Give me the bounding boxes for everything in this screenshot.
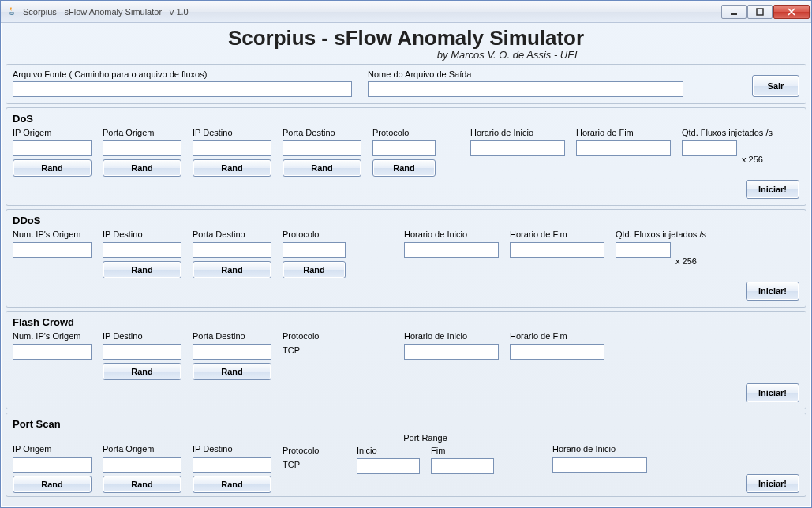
ps-porta-origem-rand[interactable]: Rand xyxy=(103,476,181,493)
ps-ip-destino-input[interactable] xyxy=(193,457,271,473)
flash-title: Flash Crowd xyxy=(13,316,799,328)
ddos-numips-input[interactable] xyxy=(13,242,92,258)
ps-fim-input[interactable] xyxy=(431,458,494,474)
dos-qtd-label: Qtd. Fluxos injetados /s xyxy=(682,128,737,137)
titlebar: Scorpius - sFlow Anomaly Simulator - v 1… xyxy=(1,1,811,23)
ddos-ip-destino-rand[interactable]: Rand xyxy=(103,261,181,278)
java-icon xyxy=(6,6,18,18)
dos-ip-origem-rand[interactable]: Rand xyxy=(13,159,92,177)
ddos-numips-label: Num. IP's Origem xyxy=(13,230,92,239)
dos-ip-destino-label: IP Destino xyxy=(193,128,271,137)
app-subtitle: by Marcos V. O. de Assis - UEL xyxy=(6,49,806,61)
ps-ip-origem-rand[interactable]: Rand xyxy=(13,476,92,493)
app-title: Scorpius - sFlow Anomaly Simulator xyxy=(6,26,806,50)
dos-porta-origem-rand[interactable]: Rand xyxy=(103,159,181,177)
flash-panel: Flash Crowd Num. IP's Origem IP Destino … xyxy=(6,311,806,409)
flash-horario-fim-label: Horario de Fim xyxy=(510,331,604,341)
ddos-ip-destino-label: IP Destino xyxy=(103,230,181,239)
app-window: Scorpius - sFlow Anomaly Simulator - v 1… xyxy=(0,0,812,508)
flash-ip-destino-rand[interactable]: Rand xyxy=(103,363,181,380)
flash-porta-destino-input[interactable] xyxy=(193,344,271,360)
ddos-iniciar-button[interactable]: Iniciar! xyxy=(746,282,799,301)
output-file-input[interactable] xyxy=(368,81,683,97)
ddos-horario-fim-label: Horario de Fim xyxy=(510,230,604,239)
dos-porta-destino-rand[interactable]: Rand xyxy=(283,159,361,177)
ddos-qtd-input[interactable] xyxy=(616,242,671,258)
ps-ip-destino-label: IP Destino xyxy=(193,444,271,454)
ps-inicio-label: Inicio xyxy=(357,446,420,455)
file-panel: Arquivo Fonte ( Caminho para o arquivo d… xyxy=(6,64,806,104)
ddos-title: DDoS xyxy=(13,215,799,226)
ps-porta-origem-input[interactable] xyxy=(103,457,181,473)
source-file-label: Arquivo Fonte ( Caminho para o arquivo d… xyxy=(13,69,352,79)
ddos-porta-destino-input[interactable] xyxy=(193,242,271,258)
flash-porta-destino-label: Porta Destino xyxy=(193,331,271,341)
ddos-porta-destino-label: Porta Destino xyxy=(193,230,271,239)
close-button[interactable] xyxy=(773,5,810,19)
ddos-horario-inicio-input[interactable] xyxy=(404,242,499,258)
ddos-protocolo-label: Protocolo xyxy=(283,230,346,239)
flash-porta-destino-rand[interactable]: Rand xyxy=(193,363,271,380)
dos-ip-destino-rand[interactable]: Rand xyxy=(193,159,271,177)
source-file-input[interactable] xyxy=(13,81,352,97)
portscan-panel: Port Scan IP Origem Rand Porta Origem Ra… xyxy=(6,413,806,497)
svg-rect-0 xyxy=(731,13,737,15)
flash-ip-destino-input[interactable] xyxy=(103,344,181,360)
ps-ip-origem-input[interactable] xyxy=(13,457,92,473)
ddos-protocolo-rand[interactable]: Rand xyxy=(283,261,346,278)
dos-ip-origem-label: IP Origem xyxy=(13,128,92,137)
ps-portrange-label: Port Range xyxy=(357,433,494,443)
dos-porta-origem-label: Porta Origem xyxy=(103,128,181,137)
ps-ip-origem-label: IP Origem xyxy=(13,444,92,454)
ps-protocolo-label: Protocolo xyxy=(283,446,346,455)
dos-porta-origem-input[interactable] xyxy=(103,140,181,156)
flash-iniciar-button[interactable]: Iniciar! xyxy=(746,383,799,402)
ps-ip-destino-rand[interactable]: Rand xyxy=(193,476,271,493)
ps-fim-label: Fim xyxy=(431,446,494,455)
ddos-qtd-label: Qtd. Fluxos injetados /s xyxy=(616,230,671,239)
dos-iniciar-button[interactable]: Iniciar! xyxy=(746,180,799,199)
dos-qtd-input[interactable] xyxy=(682,140,737,156)
dos-protocolo-input[interactable] xyxy=(372,140,436,156)
svg-rect-1 xyxy=(757,9,763,15)
dos-horario-inicio-label: Horario de Inicio xyxy=(470,128,565,137)
ddos-porta-destino-rand[interactable]: Rand xyxy=(193,261,271,278)
body-area: Scorpius - sFlow Anomaly Simulator by Ma… xyxy=(1,23,811,507)
ps-horario-inicio-input[interactable] xyxy=(552,457,647,473)
ddos-x256: x 256 xyxy=(675,242,697,266)
dos-ip-destino-input[interactable] xyxy=(193,140,271,156)
window-controls xyxy=(720,5,810,19)
flash-horario-inicio-input[interactable] xyxy=(404,344,499,360)
ddos-ip-destino-input[interactable] xyxy=(103,242,181,258)
window-title: Scorpius - sFlow Anomaly Simulator - v 1… xyxy=(23,7,716,17)
flash-numips-label: Num. IP's Origem xyxy=(13,331,92,341)
flash-horario-fim-input[interactable] xyxy=(510,344,604,360)
dos-protocolo-label: Protocolo xyxy=(372,128,436,137)
minimize-button[interactable] xyxy=(721,5,747,19)
flash-ip-destino-label: IP Destino xyxy=(103,331,181,341)
dos-porta-destino-label: Porta Destino xyxy=(283,128,361,137)
dos-horario-fim-label: Horario de Fim xyxy=(576,128,671,137)
dos-horario-inicio-input[interactable] xyxy=(470,140,565,156)
dos-ip-origem-input[interactable] xyxy=(13,140,92,156)
dos-porta-destino-input[interactable] xyxy=(283,140,361,156)
maximize-button[interactable] xyxy=(747,5,773,19)
portscan-iniciar-button[interactable]: Iniciar! xyxy=(746,474,799,493)
ddos-protocolo-input[interactable] xyxy=(283,242,346,258)
app-title-block: Scorpius - sFlow Anomaly Simulator by Ma… xyxy=(6,26,806,61)
dos-horario-fim-input[interactable] xyxy=(576,140,671,156)
flash-horario-inicio-label: Horario de Inicio xyxy=(404,331,499,341)
ps-horario-inicio-label: Horario de Inicio xyxy=(552,444,647,454)
output-file-label: Nome do Arquivo de Saída xyxy=(368,69,683,79)
flash-protocolo-value: TCP xyxy=(283,344,346,358)
flash-numips-input[interactable] xyxy=(13,344,92,360)
ps-protocolo-value: TCP xyxy=(283,458,346,473)
ps-porta-origem-label: Porta Origem xyxy=(103,444,181,454)
dos-protocolo-rand[interactable]: Rand xyxy=(372,159,436,177)
ddos-horario-fim-input[interactable] xyxy=(510,242,604,258)
ddos-horario-inicio-label: Horario de Inicio xyxy=(404,230,499,239)
sair-button[interactable]: Sair xyxy=(752,75,799,97)
ps-inicio-input[interactable] xyxy=(357,458,420,474)
ddos-panel: DDoS Num. IP's Origem IP Destino Rand Po… xyxy=(6,209,806,308)
dos-x256: x 256 xyxy=(742,140,763,164)
